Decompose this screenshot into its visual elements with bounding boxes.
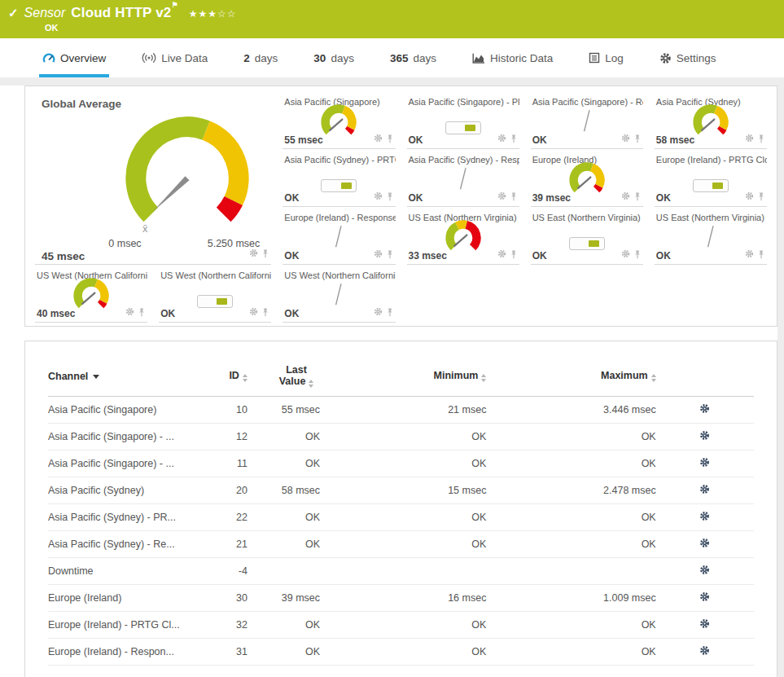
- pin-icon[interactable]: [633, 192, 642, 201]
- pin-icon[interactable]: [510, 250, 518, 259]
- column-header-last-value[interactable]: Last Value: [247, 361, 320, 397]
- channel-settings-icon[interactable]: [699, 486, 710, 497]
- tab-number: 30: [313, 52, 326, 64]
- channel-gauge-cell[interactable]: US West (Northern California)... OK: [283, 265, 395, 323]
- channel-gauge-cell[interactable]: US East (Northern Virginia) - ... OK: [655, 207, 767, 265]
- tab-log[interactable]: Log: [585, 38, 627, 77]
- cell-settings: [656, 612, 754, 639]
- tab-historic-data[interactable]: Historic Data: [469, 38, 556, 77]
- cell-minimum: 16 msec: [320, 585, 486, 612]
- channel-gauge-cell[interactable]: Asia Pacific (Singapore) - Res... OK: [531, 91, 643, 149]
- priority-stars[interactable]: ★★★☆☆: [189, 8, 237, 20]
- cell-last-value: [247, 558, 320, 585]
- tab-label: days: [331, 52, 354, 64]
- pin-icon[interactable]: [261, 249, 269, 258]
- channel-settings-icon[interactable]: [699, 539, 710, 551]
- gauge-settings-gear-icon[interactable]: [497, 189, 506, 204]
- gauge-settings-gear-icon[interactable]: [374, 189, 383, 204]
- tab-30-days[interactable]: 30 days: [310, 38, 357, 77]
- column-header-id[interactable]: ID: [202, 361, 247, 397]
- pin-icon[interactable]: [633, 134, 642, 143]
- table-row[interactable]: Europe (Ireland) - PRTG Cl... 32 OK OK O…: [48, 612, 754, 639]
- table-row[interactable]: Asia Pacific (Singapore) 10 55 msec 21 m…: [48, 397, 754, 424]
- pin-icon[interactable]: [386, 308, 394, 317]
- table-row[interactable]: Europe (Ireland) 30 39 msec 16 msec 1.00…: [48, 585, 754, 612]
- table-row[interactable]: Asia Pacific (Singapore) - ... 11 OK OK …: [48, 451, 754, 477]
- gauge-settings-gear-icon[interactable]: [374, 305, 383, 319]
- scroll-gutter[interactable]: [777, 77, 784, 677]
- tab-overview[interactable]: Overview: [39, 38, 109, 77]
- cell-minimum: OK: [320, 612, 486, 639]
- channel-settings-icon[interactable]: [699, 647, 710, 658]
- channel-gauge-cell[interactable]: US West (Northern California) 40 msec: [35, 265, 147, 323]
- channel-settings-icon[interactable]: [699, 512, 710, 524]
- tab-settings[interactable]: Settings: [656, 38, 720, 77]
- table-row[interactable]: Asia Pacific (Singapore) - ... 12 OK OK …: [48, 424, 754, 451]
- channel-settings-icon[interactable]: [699, 459, 710, 470]
- gauge-settings-gear-icon[interactable]: [374, 131, 383, 146]
- tab-bar: Overview Live Data 2 days 30 days 365 da…: [0, 38, 784, 77]
- pin-icon[interactable]: [386, 192, 394, 201]
- pin-icon[interactable]: [757, 134, 765, 143]
- tab-live-data[interactable]: Live Data: [138, 38, 211, 77]
- table-row[interactable]: Asia Pacific (Sydney) 20 58 msec 15 msec…: [48, 477, 754, 504]
- column-header-channel[interactable]: Channel: [48, 361, 202, 397]
- gauge-settings-gear-icon[interactable]: [497, 131, 506, 146]
- tab-2-days[interactable]: 2 days: [240, 38, 281, 77]
- channel-settings-icon[interactable]: [699, 620, 710, 631]
- channel-gauge-cell[interactable]: Europe (Ireland) - PRTG Cloud... OK: [655, 149, 767, 207]
- pin-icon[interactable]: [261, 308, 269, 317]
- channel-gauge-cell[interactable]: Europe (Ireland) - Response C... OK: [283, 207, 395, 265]
- table-row[interactable]: Asia Pacific (Sydney) - PR... 22 OK OK O…: [48, 504, 754, 531]
- gauge-settings-gear-icon[interactable]: [745, 131, 754, 146]
- pin-icon[interactable]: [757, 250, 765, 259]
- channel-gauge-cell[interactable]: US East (Northern Virginia) - ... OK: [531, 207, 643, 265]
- channel-gauge-cell[interactable]: Asia Pacific (Sydney) - PRTG ... OK: [283, 149, 395, 207]
- channel-settings-icon[interactable]: [699, 432, 710, 443]
- tab-label: days: [255, 52, 278, 64]
- gauge-settings-gear-icon[interactable]: [249, 305, 258, 319]
- gauge-settings-gear-icon[interactable]: [497, 247, 506, 262]
- cell-channel: Downtime: [48, 558, 202, 585]
- channel-gauge-cell[interactable]: Asia Pacific (Singapore) 55 msec: [283, 91, 395, 149]
- channel-gauge-cell[interactable]: Europe (Ireland) 39 msec: [531, 149, 643, 207]
- gauge-settings-gear-icon[interactable]: [125, 305, 134, 319]
- pin-icon[interactable]: [633, 250, 642, 259]
- pin-icon[interactable]: [386, 250, 394, 259]
- flag-icon[interactable]: ⚑: [171, 1, 177, 9]
- channel-gauge-cell[interactable]: Asia Pacific (Sydney) - Respo... OK: [407, 149, 519, 207]
- gauge-settings-gear-icon[interactable]: [249, 246, 258, 261]
- tab-icon: [142, 52, 156, 64]
- pin-icon[interactable]: [386, 134, 394, 143]
- channel-gauge-cell[interactable]: Asia Pacific (Sydney) 58 msec: [655, 91, 767, 149]
- gauge-settings-gear-icon[interactable]: [621, 189, 630, 204]
- pin-icon[interactable]: [510, 134, 518, 143]
- channel-gauge-cell[interactable]: US East (Northern Virginia) 33 msec: [407, 207, 519, 265]
- gauge-settings-gear-icon[interactable]: [374, 247, 383, 262]
- pin-icon[interactable]: [510, 192, 518, 201]
- gauge-scale-min: 0 msec: [108, 238, 141, 249]
- channel-settings-icon[interactable]: [699, 593, 710, 604]
- channel-settings-icon[interactable]: [699, 566, 710, 578]
- cell-maximum: OK: [486, 504, 655, 531]
- channel-gauge-cell[interactable]: US West (Northern California)... OK: [159, 265, 271, 323]
- gauge-settings-gear-icon[interactable]: [745, 189, 754, 204]
- gauge-settings-gear-icon[interactable]: [745, 247, 754, 262]
- cell-last-value: 58 msec: [247, 477, 320, 504]
- channel-settings-icon[interactable]: [699, 405, 710, 416]
- channel-gauge-cell[interactable]: Asia Pacific (Singapore) - PR... OK: [407, 91, 519, 149]
- gauge-settings-gear-icon[interactable]: [621, 131, 630, 146]
- column-header-minimum[interactable]: Minimum: [320, 361, 486, 397]
- table-row[interactable]: Downtime -4: [48, 558, 754, 585]
- cell-maximum: 3.446 msec: [486, 397, 655, 424]
- table-row[interactable]: Asia Pacific (Sydney) - Re... 21 OK OK O…: [48, 531, 754, 558]
- channel-cell-value: OK: [284, 250, 299, 262]
- gauge-settings-gear-icon[interactable]: [621, 247, 630, 262]
- pin-icon[interactable]: [138, 308, 146, 317]
- column-header-maximum[interactable]: Maximum: [486, 361, 655, 397]
- global-average-tile[interactable]: Global Average x̄ 0 msec 5.250 msec 45 m…: [35, 91, 271, 265]
- pin-icon[interactable]: [757, 192, 765, 201]
- sort-icon: [651, 374, 656, 382]
- tab-365-days[interactable]: 365 days: [387, 38, 440, 77]
- table-row[interactable]: Europe (Ireland) - Respon... 31 OK OK OK: [48, 639, 754, 666]
